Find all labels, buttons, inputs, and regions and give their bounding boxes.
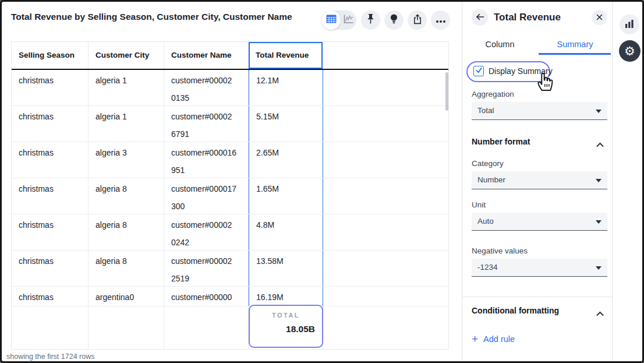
cell-customer: customer#000016 951 [164,142,249,178]
cell-season: christmas [12,287,89,306]
tab-summary[interactable]: Summary [537,40,613,49]
more-options-button[interactable] [431,10,450,30]
cell-revenue: 16.19M [249,287,323,306]
table-scrollbar[interactable] [445,72,448,111]
column-header-customer-city[interactable]: Customer City [89,42,164,69]
data-table: Selling Season Customer City Customer Na… [11,41,449,350]
cell-revenue: 1.65M [249,178,323,214]
aggregation-label: Aggregation [472,90,514,98]
cell-season: christmas [12,106,89,142]
cell-season: christmas [12,70,89,105]
share-icon [413,14,422,27]
table-row: christmas algeria 8 customer#00002 2519 … [12,251,448,287]
row-count-note: showing the first 1724 rows [6,353,94,361]
add-rule-button[interactable]: + Add rule [472,334,515,344]
cell-season: christmas [12,214,89,250]
share-button[interactable] [408,10,427,30]
cell-season: christmas [12,251,89,286]
category-label: Category [472,159,504,168]
negative-values-value: -1234 [477,263,498,272]
collapse-number-format-button[interactable] [596,139,604,145]
category-dropdown[interactable]: Number [472,171,607,189]
table-row: christmas argentina0 customer#00000 16.1… [12,287,448,306]
table-row: christmas algeria 8 customer#00002 0242 … [12,214,448,251]
cell-customer: customer#00000 [164,287,249,306]
number-format-section-title: Number format [472,137,530,146]
cell-customer: customer#00002 6791 [164,106,249,142]
cell-empty [323,70,448,105]
table-grid-icon [326,15,337,26]
pushpin-icon [366,13,375,27]
negative-values-dropdown[interactable]: -1234 [472,259,607,277]
checkmark-icon [475,66,483,76]
cell-city: algeria 8 [89,251,164,286]
cell-city: algeria 8 [89,214,164,250]
config-sidebar: ⚙ [612,2,642,361]
table-row: christmas algeria 8 customer#000017 300 … [12,178,448,214]
cell-empty [12,306,89,349]
cell-customer: customer#00002 0242 [164,214,249,250]
chart-config-button[interactable] [620,15,639,34]
chart-view-button[interactable] [341,14,356,26]
collapse-conditional-formatting-button[interactable] [596,308,604,314]
category-value: Number [477,175,505,184]
active-tab-underline [539,53,611,55]
table-header-row: Selling Season Customer City Customer Na… [12,42,448,70]
cell-season: christmas [12,178,89,214]
caret-down-icon [596,110,601,113]
back-button[interactable] [472,9,488,26]
lightbulb-icon [390,13,398,27]
column-settings-panel: Total Revenue Column Summary Display Sum… [462,2,612,361]
total-label: TOTAL [257,312,315,319]
total-summary-box: TOTAL 18.05B [249,305,323,348]
aggregation-dropdown[interactable]: Total [472,102,607,120]
caret-down-icon [596,266,601,270]
conditional-formatting-section-title: Conditional formatting [472,306,559,315]
line-chart-icon [343,14,354,26]
cell-customer: customer#000017 300 [164,178,249,214]
table-row: christmas algeria 3 customer#000016 951 … [12,142,448,178]
add-rule-label: Add rule [483,334,515,344]
pin-button[interactable] [361,10,380,30]
cell-empty [323,287,448,306]
cell-empty [323,178,448,214]
caret-down-icon [596,220,601,224]
settings-button-active[interactable]: ⚙ [619,40,641,62]
tab-column[interactable]: Column [462,40,537,49]
negative-values-label: Negative values [472,246,528,255]
cell-revenue: 12.1M [249,70,323,105]
cell-city: algeria 3 [89,142,164,178]
view-toggle [321,10,356,30]
cell-empty [89,306,164,349]
aggregation-value: Total [477,106,494,115]
table-row: christmas algeria 1 customer#00002 6791 … [12,106,448,142]
page-title: Total Revenue by Selling Season, Custome… [11,12,317,22]
close-panel-button[interactable] [592,10,607,25]
cell-empty [323,306,448,349]
cell-empty [164,306,249,349]
column-header-empty [323,42,448,69]
close-icon [596,12,603,23]
unit-value: Auto [477,217,494,225]
cell-revenue: 2.65M [249,142,323,178]
unit-label: Unit [472,200,486,209]
cell-customer: customer#00002 0135 [164,70,249,105]
column-header-customer-name[interactable]: Customer Name [164,42,249,69]
column-header-selling-season[interactable]: Selling Season [12,42,89,69]
panel-title: Total Revenue [494,12,561,23]
column-header-total-revenue-selected[interactable]: Total Revenue [249,42,323,69]
cell-season: christmas [12,142,89,178]
cell-customer: customer#00002 2519 [164,251,249,286]
cell-revenue: 4.8M [249,214,323,250]
caret-down-icon [596,179,601,182]
cell-city: algeria 1 [89,70,164,105]
table-row: christmas algeria 1 customer#00002 0135 … [12,70,448,106]
app-window: Total Revenue by Selling Season, Custome… [0,0,644,363]
unit-dropdown[interactable]: Auto [472,213,607,231]
cell-revenue: 5.15M [249,106,323,142]
table-view-button[interactable] [321,10,341,30]
cell-empty [323,142,448,178]
insights-button[interactable] [384,10,404,30]
display-summary-checkbox[interactable] [473,66,484,76]
plus-icon: + [472,334,478,344]
